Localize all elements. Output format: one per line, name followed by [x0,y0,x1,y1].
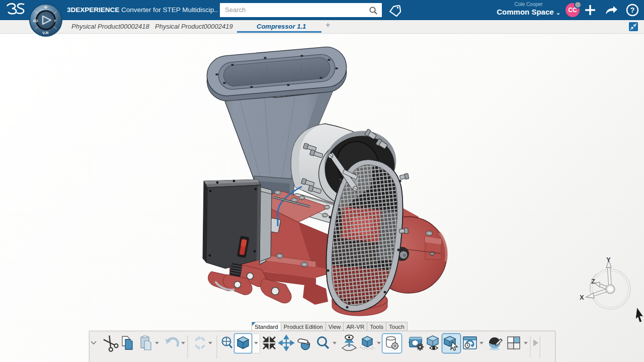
svg-text:X: X [580,294,584,301]
svg-text:I': I' [54,19,56,23]
svg-text:3D: 3D [33,19,38,23]
svg-text:Z: Z [591,278,595,285]
svg-text:?: ? [630,6,635,14]
svg-text:Y: Y [606,256,611,263]
svg-text:V.R: V.R [42,31,49,35]
